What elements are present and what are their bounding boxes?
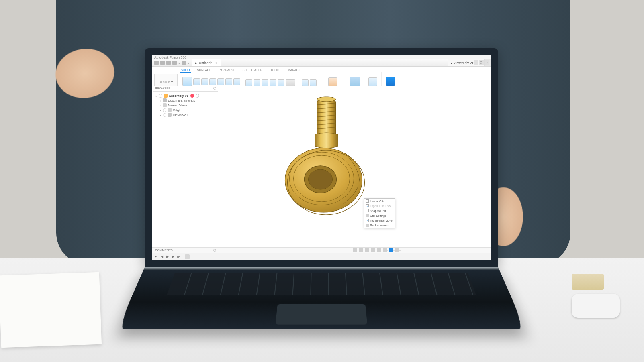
gear-icon [163, 98, 167, 102]
maximize-icon[interactable]: ▢ [479, 60, 484, 65]
visibility-icon[interactable] [163, 113, 166, 117]
loft-button[interactable] [217, 78, 224, 85]
menu-item-snap-to-grid[interactable]: Snap to Grid [364, 208, 395, 213]
quick-access-toolbar [152, 59, 192, 66]
measure-button[interactable] [350, 77, 360, 86]
menu-item-layout-grid[interactable]: Layout Grid [364, 199, 395, 203]
folder-icon [163, 103, 167, 107]
press-pull-button[interactable] [245, 79, 252, 86]
menu-item-set-increments[interactable]: Set Increments [364, 223, 395, 228]
timeline-prev-icon[interactable]: ◀ [160, 255, 164, 259]
fillet-button[interactable] [254, 79, 260, 86]
laptop: Autodesk Fusion 360 ▸ Untitled* × [145, 48, 498, 340]
document-tab-label: Untitled* [199, 61, 212, 65]
pan-icon[interactable] [365, 248, 369, 252]
timeline-next-icon[interactable]: ▶ [171, 255, 175, 259]
close-icon[interactable]: × [485, 60, 489, 65]
comments-title: COMMENTS [155, 248, 173, 252]
menu-item-layout-grid-lock: ✓ Layout Grid Lock [364, 203, 395, 208]
app-title: Autodesk Fusion 360 [154, 55, 186, 59]
tree-label: Assembly v1 [169, 94, 188, 98]
display-settings-icon[interactable] [383, 248, 387, 252]
chamfer-button[interactable] [262, 79, 268, 86]
redo-dropdown-icon[interactable] [188, 61, 189, 65]
fit-icon[interactable] [377, 248, 381, 252]
draft-button[interactable] [278, 79, 284, 86]
menu-label: Set Increments [370, 224, 389, 227]
collapse-icon[interactable] [213, 249, 216, 252]
minimize-icon[interactable]: – [474, 60, 478, 65]
browser-tree: ▸ Assembly v1 ▸ Document Settings [153, 92, 218, 119]
file-menu-icon[interactable] [160, 61, 165, 65]
checkbox-icon: ✓ [366, 204, 369, 207]
tree-item-document-settings[interactable]: ▸ Document Settings [153, 98, 218, 103]
browser-title: BROWSER [155, 87, 171, 90]
expand-icon[interactable]: ▸ [155, 94, 157, 97]
tree-label: Document Settings [168, 99, 195, 102]
tree-item-named-views[interactable]: ▸ Named Views [153, 103, 218, 108]
select-button[interactable] [386, 77, 395, 86]
move-button[interactable] [286, 79, 295, 86]
menu-label: Snap to Grid [370, 209, 386, 212]
construct-plane-button[interactable] [328, 77, 337, 86]
orbit-icon[interactable] [353, 248, 357, 252]
shell-button[interactable] [270, 79, 276, 86]
timeline-last-icon[interactable]: ⏭ [177, 255, 181, 259]
folder-icon [168, 108, 172, 112]
expand-icon[interactable]: ▸ [159, 114, 162, 116]
collapse-icon[interactable] [213, 87, 216, 90]
look-at-icon[interactable] [359, 248, 363, 252]
menu-item-grid-settings[interactable]: Grid Settings [364, 213, 395, 218]
increments-icon [366, 224, 369, 227]
undo-icon[interactable] [172, 61, 177, 65]
revolve-button[interactable] [201, 78, 208, 85]
sketch-button[interactable] [182, 77, 192, 86]
timeline-first-icon[interactable]: ⏮ [154, 255, 158, 259]
laptop-keyboard [117, 267, 525, 329]
data-panel-icon[interactable] [154, 61, 159, 65]
expand-icon[interactable]: ▸ [159, 99, 162, 102]
hand-left [6, 25, 122, 127]
timeline-feature[interactable] [185, 254, 190, 259]
cards-prop [572, 274, 604, 290]
tree-item-origin[interactable]: ▸ Origin [153, 108, 218, 112]
timeline-play-icon[interactable]: ▶ [166, 255, 170, 259]
clevis-part[interactable] [284, 96, 368, 224]
visibility-icon[interactable] [163, 108, 166, 112]
insert-button[interactable] [368, 77, 377, 86]
menu-label: Incremental Move [370, 219, 393, 222]
checkbox-icon[interactable] [366, 209, 369, 212]
checkbox-icon[interactable]: ✓ [366, 219, 369, 222]
component-icon [164, 94, 168, 98]
grid-icon [366, 214, 369, 217]
tree-root[interactable]: ▸ Assembly v1 [153, 93, 218, 98]
viewport-icon[interactable] [395, 248, 399, 252]
browser-header[interactable]: BROWSER [153, 86, 218, 92]
tree-item-clevis[interactable]: ▸ Clevis v2:1 [153, 112, 218, 117]
extrude-button[interactable] [193, 78, 200, 85]
expand-icon[interactable]: ▸ [159, 104, 162, 107]
redo-icon[interactable] [182, 61, 186, 65]
phone-prop [572, 294, 620, 318]
document-tab-untitled[interactable]: ▸ Untitled* × [192, 59, 221, 66]
web-button[interactable] [233, 78, 240, 85]
visibility-icon[interactable] [159, 94, 162, 98]
badge-icon [190, 94, 194, 98]
menu-item-incremental-move[interactable]: ✓ Incremental Move [364, 218, 395, 223]
expand-icon[interactable]: ▸ [159, 109, 162, 112]
as-built-joint-button[interactable] [310, 79, 317, 86]
svg-point-1 [317, 97, 336, 102]
grid-snap-icon[interactable] [389, 248, 393, 252]
paper-prop [0, 272, 102, 348]
workspace-label: DESIGN ▾ [159, 80, 173, 84]
undo-dropdown-icon[interactable] [178, 61, 180, 65]
zoom-icon[interactable] [371, 248, 375, 252]
close-tab-icon[interactable]: × [213, 61, 218, 65]
comments-header[interactable]: COMMENTS [153, 247, 218, 253]
joint-button[interactable] [302, 79, 309, 86]
save-icon[interactable] [166, 61, 171, 65]
rib-button[interactable] [225, 78, 232, 85]
checkbox-icon[interactable] [366, 199, 369, 203]
fusion-logo-icon: ▸ [195, 61, 197, 65]
sweep-button[interactable] [209, 78, 216, 85]
